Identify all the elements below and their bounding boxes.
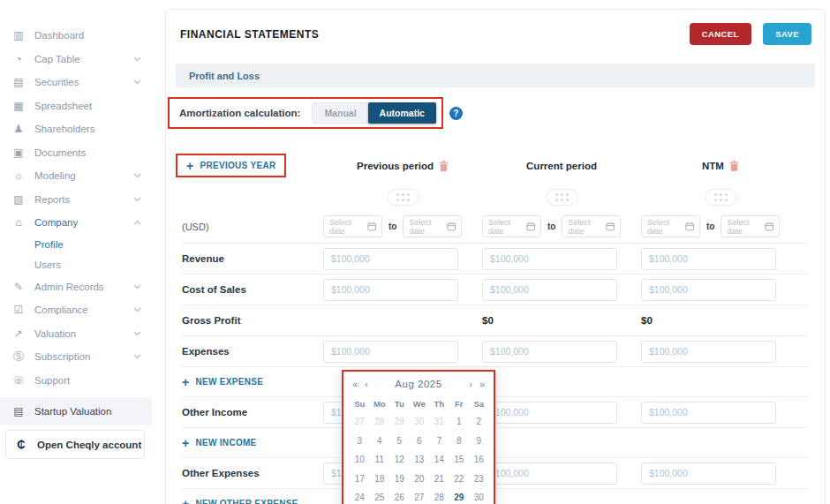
cost-of-sales-amount-input[interactable] [482, 279, 617, 301]
calendar-date[interactable]: 31 [429, 412, 449, 432]
expenses-amount-input[interactable] [641, 341, 776, 363]
drag-handle[interactable] [387, 189, 419, 206]
sidebar-item-company[interactable]: ⌂Company [0, 211, 152, 235]
calendar-date[interactable]: 13 [410, 450, 430, 470]
revenue-amount-input[interactable] [641, 248, 776, 270]
calendar-prev-year-button[interactable]: « [352, 380, 358, 389]
manual-toggle-button[interactable]: Manual [312, 102, 367, 124]
calendar-date[interactable]: 11 [370, 450, 390, 470]
row-other-income: Other Income [182, 397, 809, 428]
add-previous-year-button[interactable]: + PREVIOUS YEAR [186, 161, 275, 170]
calendar-date[interactable]: 28 [429, 488, 449, 504]
calendar-date[interactable]: 3 [350, 432, 370, 451]
select-date-input[interactable]: Select date [641, 215, 700, 237]
drag-handle[interactable] [705, 189, 737, 206]
delete-period-icon[interactable] [439, 161, 449, 171]
sidebar-item-startup-valuation[interactable]: ▤Startup Valuation [0, 397, 152, 425]
calendar-date[interactable]: 2 [469, 412, 489, 432]
calendar-date[interactable]: 7 [429, 432, 449, 451]
expenses-amount-input[interactable] [482, 341, 617, 363]
calendar-date[interactable]: 27 [350, 412, 370, 432]
calendar-year[interactable]: 2025 [418, 379, 442, 389]
sidebar-item-modeling[interactable]: ☼Modeling [0, 164, 152, 188]
sidebar-item-subscription[interactable]: ⓈSubscription [0, 345, 152, 369]
chevron-up-icon [133, 220, 141, 225]
select-date-input[interactable]: Select date [482, 215, 541, 237]
row-label: Other Income [182, 407, 323, 417]
calendar-date[interactable]: 21 [429, 470, 449, 489]
sidebar-item-support[interactable]: ☏Support [0, 369, 152, 393]
calendar-date[interactable]: 30 [469, 488, 489, 504]
sidebar-item-open-cheqly-account[interactable]: ₵Open Cheqly account [5, 430, 145, 459]
sidebar-item-securities[interactable]: ▤Securities [0, 71, 152, 94]
calendar-date[interactable]: 16 [469, 450, 489, 470]
calendar-next-year-button[interactable]: » [479, 380, 485, 389]
sidebar-item-cap-table[interactable]: ◔Cap Table [0, 48, 152, 71]
automatic-toggle-button[interactable]: Automatic [368, 102, 436, 124]
delete-period-icon[interactable] [729, 161, 739, 171]
select-date-input[interactable]: Select date [403, 215, 462, 237]
calendar-date-today[interactable]: 29 [449, 488, 470, 504]
sidebar-item-label: Company [34, 217, 78, 228]
calendar-date[interactable]: 12 [389, 450, 410, 470]
sidebar-item-dashboard[interactable]: ▥Dashboard [0, 24, 152, 48]
calendar-date[interactable]: 17 [350, 470, 370, 489]
new-other-expense-button[interactable]: +NEW OTHER EXPENSE [182, 499, 298, 504]
save-button[interactable]: SAVE [763, 23, 811, 45]
sidebar-item-documents[interactable]: ▣Documents [0, 141, 152, 165]
section-profit-and-loss[interactable]: Profit and Loss [176, 64, 815, 87]
calendar-date[interactable]: 26 [389, 488, 410, 504]
other-expenses-amount-input[interactable] [641, 463, 776, 485]
compliance-icon: ☑ [11, 304, 26, 316]
help-icon[interactable]: ? [449, 107, 463, 120]
sidebar-item-valuation[interactable]: ↗Valuation [0, 322, 152, 346]
new-income-button[interactable]: +NEW INCOME [182, 438, 257, 448]
calendar-next-month-button[interactable]: › [469, 380, 472, 389]
calendar-date[interactable]: 5 [389, 432, 410, 451]
calendar-date[interactable]: 30 [410, 412, 430, 432]
sidebar-item-label: Support [34, 375, 70, 386]
cost-of-sales-amount-input[interactable] [641, 279, 776, 301]
calendar-date[interactable]: 20 [410, 470, 430, 489]
calendar-date[interactable]: 10 [350, 450, 370, 470]
calendar-date[interactable]: 24 [350, 488, 370, 504]
revenue-amount-input[interactable] [323, 248, 458, 270]
calendar-date[interactable]: 4 [370, 432, 390, 451]
select-date-input[interactable]: Select date [721, 215, 780, 237]
sidebar-item-shareholders[interactable]: ♟Shareholders [0, 117, 152, 141]
other-income-amount-input[interactable] [641, 402, 776, 424]
calendar-date[interactable]: 6 [410, 432, 430, 451]
calendar-date[interactable]: 9 [469, 432, 489, 451]
calendar-date[interactable]: 25 [370, 488, 390, 504]
sidebar-item-reports[interactable]: ▧Reports [0, 188, 152, 212]
calendar-date[interactable]: 22 [449, 470, 470, 489]
sidebar-item-users[interactable]: Users [0, 255, 152, 275]
sidebar-item-spreadsheet[interactable]: ▦Spreadsheet [0, 94, 152, 118]
drag-handle[interactable] [546, 189, 578, 206]
calendar-header: « ‹ Aug 2025 › » [350, 379, 487, 395]
expenses-amount-input[interactable] [323, 341, 458, 363]
calendar-date[interactable]: 14 [429, 450, 449, 470]
other-expenses-amount-input[interactable] [482, 463, 617, 485]
sidebar-item-compliance[interactable]: ☑Compliance [0, 298, 152, 322]
select-date-input[interactable]: Select date [562, 215, 621, 237]
calendar-date[interactable]: 28 [370, 412, 390, 432]
calendar-month[interactable]: Aug [395, 379, 414, 389]
calendar-date[interactable]: 8 [449, 432, 470, 451]
select-date-input[interactable]: Select date [323, 215, 382, 237]
sidebar-item-profile[interactable]: Profile [0, 235, 152, 255]
cancel-button[interactable]: CANCEL [690, 23, 751, 45]
calendar-date[interactable]: 27 [410, 488, 430, 504]
new-expense-button[interactable]: +NEW EXPENSE [182, 377, 263, 387]
calendar-date[interactable]: 23 [469, 470, 489, 489]
calendar-date[interactable]: 19 [389, 470, 410, 489]
calendar-date[interactable]: 15 [449, 450, 470, 470]
sidebar-item-admin-records[interactable]: ✎Admin Records [0, 275, 152, 299]
other-income-amount-input[interactable] [482, 402, 617, 424]
calendar-date[interactable]: 18 [370, 470, 390, 489]
sidebar-item-label: Reports [34, 194, 70, 205]
cost-of-sales-amount-input[interactable] [323, 279, 458, 301]
calendar-date[interactable]: 1 [449, 412, 470, 432]
calendar-date[interactable]: 29 [389, 412, 410, 432]
revenue-amount-input[interactable] [482, 248, 617, 270]
